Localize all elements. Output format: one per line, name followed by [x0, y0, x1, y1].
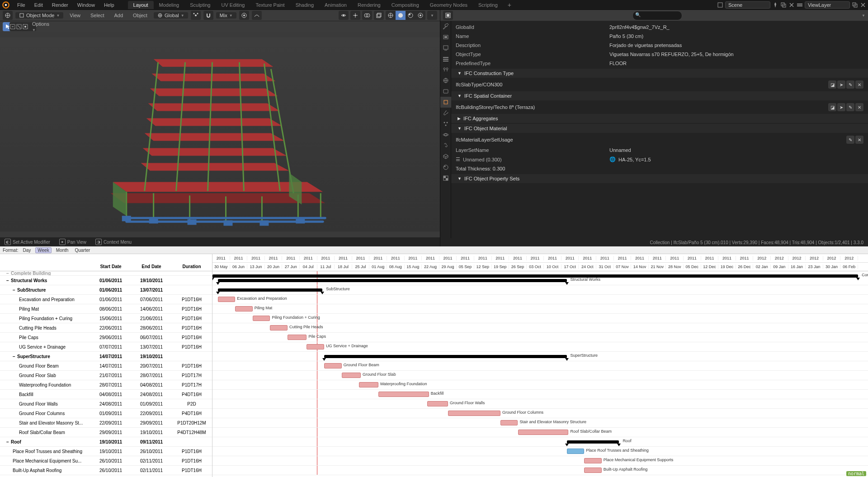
- collapse-toggle-icon[interactable]: −: [6, 271, 11, 275]
- gantt-task-list[interactable]: Start Date End Date Duration −Complete B…: [0, 254, 212, 477]
- task-row[interactable]: −Roof19/10/201109/11/2011: [0, 437, 212, 447]
- edit-icon[interactable]: ✎: [846, 103, 854, 111]
- gantt-task-bar[interactable]: [288, 335, 307, 340]
- menu-render[interactable]: Render: [47, 1, 73, 9]
- task-row[interactable]: Pile Caps29/06/201106/07/2011P1DT16H: [0, 333, 212, 342]
- cursor-icon[interactable]: ➤: [837, 80, 845, 89]
- task-row[interactable]: −SuperStructure14/07/201119/10/2011: [0, 352, 212, 361]
- shading-wireframe-icon[interactable]: [386, 11, 396, 20]
- edit-icon[interactable]: ✎: [846, 80, 854, 89]
- workspace-tab-compositing[interactable]: Compositing: [386, 1, 425, 9]
- tab-data-icon[interactable]: [440, 151, 451, 162]
- gantt-task-bar[interactable]: [427, 401, 448, 406]
- props-editor-type-icon[interactable]: [443, 11, 453, 20]
- workspace-tab-rendering[interactable]: Rendering: [352, 1, 386, 9]
- gantt-task-bar[interactable]: [235, 306, 253, 312]
- menu-edit[interactable]: Edit: [30, 1, 47, 9]
- gantt-task-bar[interactable]: [500, 420, 518, 425]
- edit-icon[interactable]: ✎: [846, 136, 854, 144]
- transform-orientation-dropdown[interactable]: Global ▼: [154, 12, 188, 19]
- section-header[interactable]: ▶IFC Aggregates: [451, 114, 868, 123]
- menu-file[interactable]: File: [13, 1, 30, 9]
- tab-particles-icon[interactable]: [440, 118, 451, 129]
- falloff-type-icon[interactable]: [252, 11, 262, 20]
- workspace-tab-uv-editing[interactable]: UV Editing: [216, 1, 250, 9]
- section-header[interactable]: ▼IFC Object Material: [451, 124, 868, 133]
- task-row[interactable]: UG Service + Drainage07/07/201113/07/201…: [0, 342, 212, 352]
- delete-icon[interactable]: ✕: [855, 80, 863, 89]
- object-menu[interactable]: Object: [129, 12, 151, 19]
- select-mode-invert-icon[interactable]: [16, 22, 22, 31]
- add-menu[interactable]: Add: [111, 12, 127, 19]
- object-visibility-icon[interactable]: [339, 11, 349, 20]
- delete-icon[interactable]: ✕: [855, 103, 863, 111]
- view-menu[interactable]: View: [66, 12, 84, 19]
- workspace-tab-texture-paint[interactable]: Texture Paint: [250, 1, 290, 9]
- task-row[interactable]: Stair and Elevator Masonry St...22/09/20…: [0, 418, 212, 428]
- gantt-task-bar[interactable]: [307, 344, 324, 349]
- collapse-toggle-icon[interactable]: −: [13, 354, 17, 359]
- 3d-viewport[interactable]: [0, 32, 440, 237]
- task-row[interactable]: Piling Mat08/06/201114/06/2011P1DT16H: [0, 304, 212, 314]
- gantt-timeline[interactable]: 2011201120112011201120112011201120112011…: [212, 254, 868, 477]
- task-row[interactable]: Cutting Pile Heads22/06/201128/06/2011P1…: [0, 323, 212, 333]
- gantt-task-bar[interactable]: [378, 392, 429, 397]
- delete-scene-icon[interactable]: [788, 2, 795, 8]
- gizmo-toggle-icon[interactable]: [350, 11, 360, 20]
- workspace-tab-shading[interactable]: Shading: [290, 1, 319, 9]
- section-header[interactable]: ▼IFC Object Property Sets: [451, 174, 868, 183]
- gantt-task-bar[interactable]: [218, 297, 236, 302]
- gantt-task-bar[interactable]: [448, 411, 500, 416]
- props-options-icon[interactable]: ▼: [862, 14, 865, 18]
- options-dropdown[interactable]: Options ▼: [28, 21, 53, 33]
- menu-window[interactable]: Window: [73, 1, 99, 9]
- select-mode-intersect-icon[interactable]: [22, 22, 28, 31]
- tab-physics-icon[interactable]: [440, 129, 451, 140]
- collapse-toggle-icon[interactable]: −: [6, 278, 11, 283]
- viewlayer-browse-icon[interactable]: [797, 2, 803, 8]
- viewlayer-name-field[interactable]: ViewLayer: [805, 1, 850, 9]
- gantt-task-bar[interactable]: [584, 468, 602, 473]
- scene-name-field[interactable]: Scene: [725, 1, 770, 9]
- shading-rendered-icon[interactable]: [415, 11, 425, 20]
- tab-material-icon[interactable]: [440, 162, 451, 173]
- cursor-icon[interactable]: ➤: [837, 103, 845, 111]
- tab-world-icon[interactable]: [440, 75, 451, 86]
- snap-toggle-icon[interactable]: [203, 11, 213, 20]
- tab-tool-icon[interactable]: [440, 21, 451, 32]
- menu-help[interactable]: Help: [99, 1, 119, 9]
- task-row[interactable]: −Complete Building: [0, 271, 212, 276]
- scene-browse-icon[interactable]: [717, 2, 723, 8]
- editor-type-icon[interactable]: [3, 11, 13, 20]
- select-mode-extend-icon[interactable]: Options ▼: [26, 22, 36, 31]
- scale-day[interactable]: Day: [21, 248, 33, 253]
- section-header[interactable]: ▼IFC Construction Type: [451, 69, 868, 78]
- shading-solid-icon[interactable]: [396, 11, 406, 20]
- pivot-point-icon[interactable]: [191, 11, 201, 20]
- scale-month[interactable]: Month: [54, 248, 71, 253]
- tab-viewlayer-icon[interactable]: [440, 53, 451, 64]
- gantt-task-bar[interactable]: [584, 458, 602, 463]
- gantt-task-bar[interactable]: [324, 363, 342, 368]
- tab-collection-icon[interactable]: [440, 86, 451, 97]
- workspace-tab-modeling[interactable]: Modeling: [154, 1, 185, 9]
- gantt-group-bar[interactable]: [218, 279, 567, 282]
- shading-options-icon[interactable]: ▼: [427, 11, 437, 20]
- tab-render-icon[interactable]: [440, 32, 451, 43]
- proportional-edit-icon[interactable]: [239, 11, 249, 20]
- workspace-tab-sculpting[interactable]: Sculpting: [184, 1, 216, 9]
- select-mode-subtract-icon[interactable]: [9, 22, 16, 31]
- xray-toggle-icon[interactable]: [374, 11, 384, 20]
- tab-scene-icon[interactable]: [440, 64, 451, 75]
- task-row[interactable]: Excavation and Preparation01/06/201107/0…: [0, 295, 212, 304]
- tab-object-icon[interactable]: [440, 97, 451, 108]
- collapse-toggle-icon[interactable]: −: [13, 288, 17, 293]
- gantt-task-bar[interactable]: [518, 430, 569, 435]
- task-row[interactable]: Ground Floor Beam14/07/201120/07/2011P1D…: [0, 361, 212, 371]
- task-row[interactable]: −Structural Works01/06/201119/10/2011: [0, 276, 212, 285]
- task-row[interactable]: Backfill04/08/201124/08/2011P4DT16H: [0, 390, 212, 399]
- gantt-task-bar[interactable]: [359, 382, 378, 387]
- shading-material-icon[interactable]: [406, 11, 415, 20]
- scale-quarter[interactable]: Quarter: [73, 248, 92, 253]
- gantt-task-bar[interactable]: [567, 449, 585, 454]
